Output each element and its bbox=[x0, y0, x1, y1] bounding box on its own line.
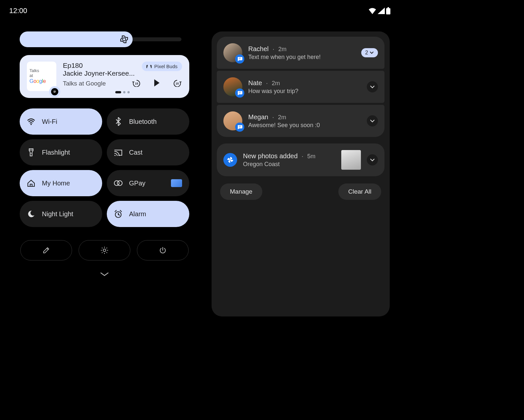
flashlight-icon bbox=[28, 148, 34, 157]
device-label: Pixel Buds bbox=[154, 64, 178, 69]
tile-label: GPay bbox=[129, 180, 164, 187]
brightness-icon bbox=[120, 35, 129, 44]
manage-button[interactable]: Manage bbox=[220, 183, 262, 200]
power-button[interactable] bbox=[137, 240, 189, 260]
moon-icon bbox=[27, 210, 35, 218]
svg-point-10 bbox=[103, 249, 106, 252]
signal-icon bbox=[378, 8, 385, 14]
avatar bbox=[223, 111, 242, 130]
notification-text: Awesome! See you soon :0 bbox=[248, 122, 361, 129]
notification-item[interactable]: Nate · 2m How was your trip? bbox=[217, 71, 384, 103]
rewind-15-button[interactable]: 15 bbox=[132, 78, 141, 88]
tile-gpay[interactable]: GPay bbox=[107, 170, 189, 196]
chevron-down-icon bbox=[370, 85, 375, 88]
tile-label: My Home bbox=[42, 180, 95, 187]
source-app-badge bbox=[49, 86, 60, 97]
clear-all-button[interactable]: Clear All bbox=[338, 183, 381, 200]
settings-button[interactable] bbox=[79, 240, 130, 260]
pinwheel-icon bbox=[226, 156, 234, 164]
messages-app-badge bbox=[235, 88, 244, 98]
tile-wifi[interactable]: Wi-Fi bbox=[20, 108, 102, 135]
chevron-down-icon bbox=[100, 272, 109, 277]
notification-text: How was your trip? bbox=[248, 88, 361, 95]
status-bar: 12:00 bbox=[0, 0, 400, 18]
tile-label: Bluetooth bbox=[129, 118, 182, 125]
tile-label: Cast bbox=[129, 149, 182, 156]
cast-icon bbox=[114, 149, 122, 156]
notification-text: Text me when you get here! bbox=[248, 54, 355, 61]
messages-app-badge bbox=[235, 54, 244, 64]
notification-time: 2m bbox=[278, 46, 287, 53]
expand-button[interactable] bbox=[367, 154, 378, 165]
notification-shade: Rachel · 2m Text me when you get here! 2 bbox=[212, 31, 390, 316]
notification-item[interactable]: Megan · 2m Awesome! See you soon :0 bbox=[217, 105, 384, 137]
edit-tiles-button[interactable] bbox=[20, 240, 72, 260]
svg-rect-1 bbox=[387, 7, 389, 8]
notification-group-count[interactable]: 2 bbox=[361, 48, 378, 57]
media-episode: Ep180 bbox=[63, 62, 139, 69]
notification-sender: Nate bbox=[248, 79, 262, 87]
notification-time: 2m bbox=[272, 80, 280, 87]
messages-icon bbox=[237, 125, 242, 129]
avatar bbox=[223, 77, 242, 96]
chevron-down-icon bbox=[370, 119, 375, 123]
svg-point-2 bbox=[122, 38, 125, 41]
messages-icon bbox=[237, 91, 242, 95]
photo-thumbnail bbox=[341, 150, 361, 170]
spotify-icon bbox=[52, 89, 57, 94]
svg-rect-0 bbox=[386, 8, 390, 14]
chevron-down-icon bbox=[369, 51, 374, 54]
wifi-icon bbox=[368, 8, 376, 14]
tile-label: Night Light bbox=[42, 210, 95, 218]
tile-flashlight[interactable]: Flashlight bbox=[20, 139, 102, 165]
home-icon bbox=[27, 179, 35, 187]
notification-title: New photos added bbox=[243, 152, 298, 160]
collapse-handle[interactable] bbox=[20, 272, 189, 277]
messages-app-badge bbox=[235, 123, 244, 132]
brightness-slider[interactable] bbox=[20, 31, 189, 47]
status-icons bbox=[368, 7, 390, 14]
media-source: Talks at Google bbox=[63, 80, 106, 87]
expand-button[interactable] bbox=[367, 81, 378, 92]
notification-photos[interactable]: New photos added · 5m Oregon Coast bbox=[217, 143, 384, 176]
notification-sender: Rachel bbox=[248, 45, 269, 53]
svg-point-5 bbox=[30, 124, 32, 125]
tile-label: Alarm bbox=[129, 210, 182, 218]
notification-subtitle: Oregon Coast bbox=[243, 161, 335, 168]
notification-sender: Megan bbox=[248, 113, 268, 121]
tile-night-light[interactable]: Night Light bbox=[20, 201, 102, 227]
play-button[interactable] bbox=[152, 78, 162, 88]
power-icon bbox=[159, 246, 167, 254]
gpay-icon bbox=[114, 180, 122, 186]
svg-point-6 bbox=[31, 153, 31, 154]
gear-icon bbox=[100, 246, 109, 255]
tile-label: Flashlight bbox=[42, 149, 95, 156]
media-player-card[interactable]: Talks at Google Ep180 Jackie Joy bbox=[20, 55, 189, 98]
avatar bbox=[223, 43, 242, 62]
notification-time: 2m bbox=[278, 114, 286, 121]
pencil-icon bbox=[42, 246, 50, 254]
wifi-icon bbox=[27, 118, 35, 125]
output-device-chip[interactable]: Pixel Buds bbox=[142, 62, 182, 71]
media-title: Jackie Joyner-Kersee... bbox=[63, 69, 139, 77]
expand-button[interactable] bbox=[367, 115, 378, 126]
tile-alarm[interactable]: Alarm bbox=[107, 201, 189, 227]
media-pagination-dots bbox=[63, 91, 182, 93]
forward-15-button[interactable]: 15 bbox=[172, 78, 182, 88]
svg-text:15: 15 bbox=[176, 82, 179, 85]
notification-item[interactable]: Rachel · 2m Text me when you get here! 2 bbox=[217, 37, 384, 69]
bluetooth-icon bbox=[115, 117, 121, 126]
chevron-down-icon bbox=[370, 158, 375, 162]
messages-icon bbox=[237, 57, 242, 61]
svg-text:15: 15 bbox=[135, 82, 138, 85]
svg-point-8 bbox=[117, 181, 122, 186]
tile-home[interactable]: My Home bbox=[20, 170, 102, 196]
tile-cast[interactable]: Cast bbox=[107, 139, 189, 165]
earbuds-icon bbox=[146, 64, 152, 69]
gpay-card-thumb bbox=[171, 179, 182, 187]
status-time: 12:00 bbox=[9, 7, 27, 15]
battery-icon bbox=[386, 7, 390, 14]
tile-bluetooth[interactable]: Bluetooth bbox=[107, 108, 189, 135]
alarm-icon bbox=[114, 210, 122, 218]
notification-time: 5m bbox=[307, 153, 315, 160]
